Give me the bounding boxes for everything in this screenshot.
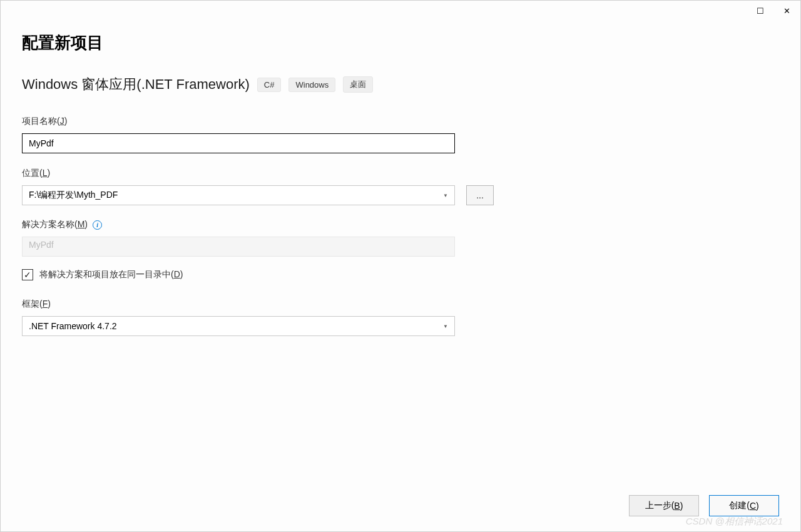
maximize-icon[interactable]: ☐ [752, 2, 769, 19]
info-icon[interactable]: i [93, 220, 102, 230]
tag-csharp: C# [257, 78, 282, 92]
dialog-window: ☐ ✕ 配置新项目 Windows 窗体应用(.NET Framework) C… [0, 0, 801, 532]
subtitle-row: Windows 窗体应用(.NET Framework) C# Windows … [22, 75, 779, 94]
framework-label: 框架(F) [22, 299, 51, 310]
browse-button[interactable]: ... [466, 185, 494, 205]
solution-name-label: 解决方案名称(M) [22, 219, 88, 230]
project-name-group: 项目名称(J) [22, 115, 779, 153]
location-value: F:\编程开发\Myth_PDF [29, 190, 443, 201]
dialog-footer: 上一步(B) 创建(C) [629, 495, 779, 516]
solution-name-input: MyPdf [22, 237, 455, 257]
same-directory-label: 将解决方案和项目放在同一目录中(D) [39, 269, 183, 280]
chevron-down-icon: ▼ [443, 324, 448, 329]
tag-desktop: 桌面 [343, 76, 373, 93]
project-template-subtitle: Windows 窗体应用(.NET Framework) [22, 75, 250, 94]
same-directory-checkbox[interactable]: ✓ [22, 269, 33, 280]
solution-name-group: 解决方案名称(M) i MyPdf ✓ 将解决方案和项目放在同一目录中(D) [22, 219, 779, 280]
chevron-down-icon: ▼ [443, 193, 448, 198]
location-group: 位置(L) F:\编程开发\Myth_PDF ▼ ... [22, 167, 779, 205]
page-title: 配置新项目 [22, 32, 779, 54]
project-name-label: 项目名称(J) [22, 116, 67, 127]
same-directory-row: ✓ 将解决方案和项目放在同一目录中(D) [22, 269, 779, 280]
location-label: 位置(L) [22, 168, 50, 179]
close-icon[interactable]: ✕ [778, 2, 795, 19]
create-button[interactable]: 创建(C) [709, 495, 779, 516]
back-button[interactable]: 上一步(B) [629, 495, 699, 516]
content-area: 配置新项目 Windows 窗体应用(.NET Framework) C# Wi… [1, 21, 800, 531]
location-combo[interactable]: F:\编程开发\Myth_PDF ▼ [22, 185, 455, 205]
framework-group: 框架(F) .NET Framework 4.7.2 ▼ [22, 298, 779, 336]
project-name-input[interactable] [22, 133, 455, 153]
titlebar: ☐ ✕ [1, 1, 800, 21]
framework-value: .NET Framework 4.7.2 [29, 321, 443, 331]
tag-windows: Windows [288, 78, 335, 92]
framework-combo[interactable]: .NET Framework 4.7.2 ▼ [22, 316, 455, 336]
